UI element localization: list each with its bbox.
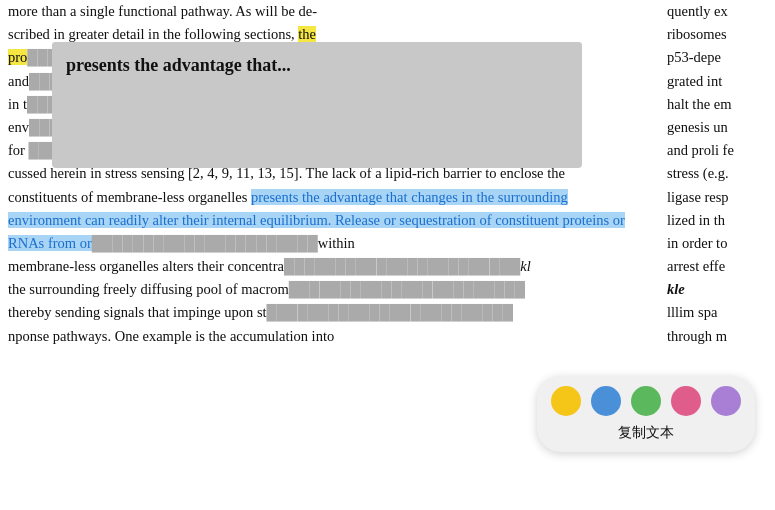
color-dot-blue[interactable]	[591, 386, 621, 416]
right-line-kl: kle	[667, 278, 771, 301]
para-6: thereby sending signals that impinge upo…	[8, 301, 628, 324]
tooltip-title: presents the advantage that...	[66, 55, 291, 75]
right-line-4: grated int	[667, 70, 771, 93]
right-line-5: halt the em	[667, 93, 771, 116]
right-line-6: genesis un	[667, 116, 771, 139]
color-dot-purple[interactable]	[711, 386, 741, 416]
color-dot-yellow[interactable]	[551, 386, 581, 416]
color-dots-row	[551, 386, 741, 416]
right-line-14: through m	[667, 325, 771, 348]
right-line-1: quently ex	[667, 0, 771, 23]
para-7: nponse pathways. One example is the accu…	[8, 325, 628, 348]
copy-text-button[interactable]: 复制文本	[614, 424, 678, 442]
para-5: the surrounding freely diffusing pool of…	[8, 278, 628, 301]
right-line-12: arrest effe	[667, 255, 771, 278]
highlight-pro: pro	[8, 49, 27, 65]
right-line-10: lized in th	[667, 209, 771, 232]
right-line-2: ribosomes	[667, 23, 771, 46]
highlight-the: the	[298, 26, 316, 42]
right-line-9: ligase resp	[667, 186, 771, 209]
right-column: quently ex ribosomes p53-depe grated int…	[667, 0, 775, 348]
right-line-11: in order to	[667, 232, 771, 255]
color-dot-pink[interactable]	[671, 386, 701, 416]
tooltip-header: presents the advantage that...	[52, 42, 582, 160]
para-3: cussed herein in stress sensing [2, 4, 9…	[8, 162, 628, 255]
page-container: more than a single functional pathway. A…	[0, 0, 775, 510]
right-line-8: stress (e.g.	[667, 162, 771, 185]
right-line-7: and proli fe	[667, 139, 771, 162]
para-1: more than a single functional pathway. A…	[8, 0, 628, 46]
right-line-13: lllim spa	[667, 301, 771, 324]
color-dot-green[interactable]	[631, 386, 661, 416]
right-line-3: p53-depe	[667, 46, 771, 69]
color-picker-popup[interactable]: 复制文本	[537, 376, 755, 452]
tooltip-popup: presents the advantage that...	[52, 42, 582, 168]
para-4: membrane-less organelles alters their co…	[8, 255, 628, 278]
